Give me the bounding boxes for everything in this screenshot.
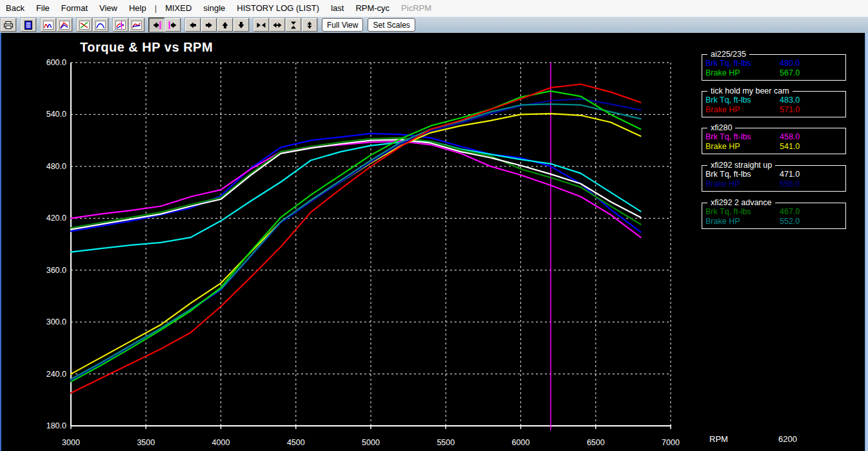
chart-single-curve-icon — [95, 21, 106, 30]
set-scales-button[interactable]: Set Scales — [368, 18, 415, 32]
x-tick-label: 4000 — [212, 438, 230, 447]
legend-box-ai225-235: ai225/235Brk Tq, ft-lbs480.0Brake HP567.… — [702, 54, 846, 81]
compress-horizontal-icon — [256, 21, 266, 30]
legend-row: Brake HP556.0 — [702, 179, 845, 188]
zoom-out-vertical-button[interactable] — [302, 18, 317, 32]
y-tick-label: 540.0 — [46, 110, 66, 119]
arrow-right-icon — [204, 21, 214, 30]
x-tick-label: 6000 — [512, 438, 530, 447]
legend-box-xfi280: xfi280Brk Tq, ft-lbs458.0Brake HP541.0 — [702, 128, 846, 154]
menu-item-help[interactable]: Help — [123, 0, 152, 17]
menu-item-mixed[interactable]: MIXED — [159, 0, 197, 17]
graph-peak-button[interactable] — [57, 18, 72, 32]
legend-box-xfi292-2-advance: xfi292 2 advanceBrk Tq, ft-lbs467.0Brake… — [702, 203, 846, 229]
graph-compare-button[interactable] — [129, 18, 144, 32]
compress-vertical-icon — [288, 21, 299, 30]
legend-box-title: xfi292 straight up — [707, 161, 775, 170]
report-icon — [23, 21, 34, 30]
report-button[interactable] — [21, 18, 36, 32]
legend-row: Brake HP552.0 — [702, 217, 845, 226]
full-view-button[interactable]: Full View — [322, 18, 363, 32]
menu-item-back[interactable]: Back — [0, 0, 30, 17]
zoom-out-horizontal-button[interactable] — [270, 18, 285, 32]
legend-row-value: 541.0 — [780, 142, 800, 151]
legend-row-value: 571.0 — [780, 105, 800, 114]
legend-row-label: Brake HP — [705, 217, 740, 226]
window-left-border — [0, 17, 1, 451]
zoom-in-vertical-button[interactable] — [286, 18, 301, 32]
legend-row-value: 483.0 — [780, 95, 800, 105]
legend-row-label: Brk Tq, ft-lbs — [705, 207, 751, 216]
legend-row-label: Brk Tq, ft-lbs — [705, 95, 751, 105]
series-xfi292-straight-up-brake-hp — [71, 99, 641, 381]
legend-row-label: Brake HP — [705, 105, 740, 114]
legend-box-title: xfi280 — [707, 123, 735, 132]
legend-row-value: 567.0 — [780, 68, 800, 77]
graph-two-peaks-button[interactable] — [41, 18, 56, 32]
chart-mixed-icon — [79, 21, 90, 30]
chart-compare-icon — [132, 21, 142, 30]
pan-down-button[interactable] — [233, 18, 249, 32]
x-tick-label: 7000 — [662, 438, 680, 447]
x-tick-label: 3500 — [137, 438, 155, 447]
expand-horizontal-icon — [272, 21, 282, 30]
series-xfi292-2-advance-brake-hp — [71, 104, 641, 379]
menu-item-view[interactable]: View — [94, 0, 123, 17]
legend-box-title: tick hold my beer cam — [707, 86, 793, 95]
series-tick-hold-my-beer-cam-brk-tq-ft-lbs — [71, 141, 641, 252]
zoom-in-horizontal-button[interactable] — [253, 18, 269, 32]
x-tick-label: 6500 — [587, 438, 605, 447]
y-tick-label: 420.0 — [46, 214, 66, 223]
menu-item-history-log-list[interactable]: HISTORY LOG (LIST) — [231, 0, 325, 17]
graph-mixed-button[interactable] — [77, 18, 92, 32]
pan-up-button[interactable] — [217, 18, 233, 32]
series-xfi280-brake-hp — [71, 114, 641, 374]
menu-bar: BackFileFormatViewHelp|MIXEDsingleHISTOR… — [0, 0, 868, 17]
cursor-right-button[interactable] — [165, 18, 181, 32]
y-tick-label: 180.0 — [46, 421, 66, 430]
y-tick-label: 300.0 — [46, 317, 66, 326]
menu-item-file[interactable]: File — [30, 0, 55, 17]
x-tick-label: 5000 — [362, 438, 380, 447]
y-tick-label: 240.0 — [46, 370, 66, 379]
menu-item-format[interactable]: Format — [55, 0, 94, 17]
graph-cursor-button[interactable] — [113, 18, 128, 32]
legend-row: Brk Tq, ft-lbs480.0 — [702, 59, 845, 68]
x-axis-unit-label: RPM — [709, 434, 728, 444]
x-tick-label: 5500 — [437, 438, 455, 447]
legend-row: Brake HP571.0 — [702, 105, 845, 114]
cursor-rpm-readout: 6200 — [778, 434, 797, 444]
legend-row-label: Brake HP — [705, 68, 740, 77]
legend-row-label: Brk Tq, ft-lbs — [705, 170, 751, 179]
legend-row: Brake HP541.0 — [702, 142, 845, 151]
legend-row: Brk Tq, ft-lbs483.0 — [702, 95, 845, 105]
menu-item-single[interactable]: single — [197, 0, 231, 17]
chart-two-peaks-icon — [43, 21, 54, 30]
legend-box-title: xfi292 2 advance — [707, 198, 775, 207]
menu-separator: | — [152, 0, 159, 17]
x-tick-label: 3000 — [62, 438, 80, 447]
toolbar: Full ViewSet Scales — [0, 17, 868, 33]
arrow-up-icon — [220, 21, 230, 30]
legend-row-value: 552.0 — [780, 217, 800, 226]
legend-row-label: Brake HP — [705, 142, 740, 151]
print-button[interactable] — [1, 18, 16, 32]
printer-icon — [3, 21, 14, 30]
cursor-left-icon — [152, 21, 162, 30]
legend-row: Brake HP567.0 — [702, 68, 845, 77]
legend-row-value: 458.0 — [780, 132, 800, 141]
graph-single-button[interactable] — [93, 18, 108, 32]
pan-right-button[interactable] — [201, 18, 217, 32]
pan-left-button[interactable] — [185, 18, 201, 32]
window-right-border — [865, 17, 868, 451]
legend-box-title: ai225/235 — [707, 50, 749, 59]
legend-row-value: 467.0 — [780, 207, 800, 216]
legend-row-value: 556.0 — [780, 179, 800, 188]
menu-item-rpm-cyc[interactable]: RPM-cyc — [350, 0, 395, 17]
menu-item-last[interactable]: last — [325, 0, 350, 17]
y-tick-label: 480.0 — [46, 162, 66, 171]
cursor-left-button[interactable] — [149, 18, 164, 32]
cursor-right-icon — [168, 21, 178, 30]
legend-row-value: 471.0 — [780, 170, 800, 179]
series-xfi280-brk-tq-ft-lbs — [71, 141, 641, 237]
